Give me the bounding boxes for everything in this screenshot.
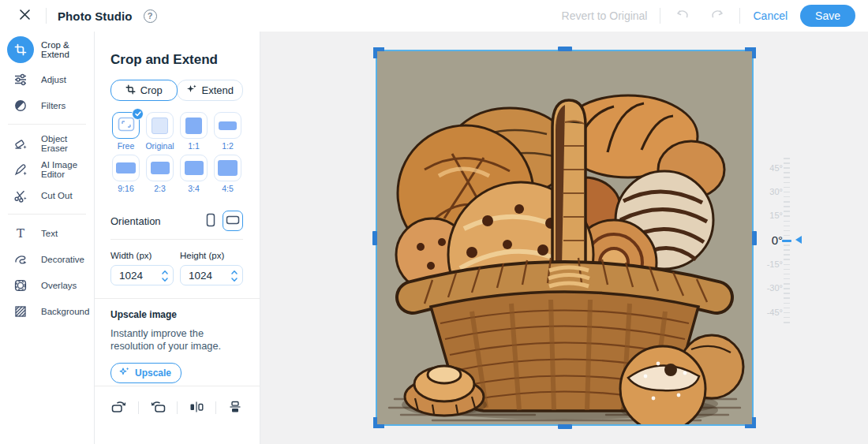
cut-out-icon (0, 188, 41, 203)
crop-extend-tabs: Crop Extend (110, 80, 243, 101)
adjust-sliders-icon (0, 73, 41, 87)
portrait-icon (206, 213, 215, 229)
sidebar-item-filters[interactable]: Filters (0, 92, 94, 118)
ratio-9-16[interactable]: 9:16 (112, 155, 140, 194)
check-icon (132, 108, 144, 120)
app-title: Photo Studio (58, 9, 133, 23)
crop-handle-top[interactable] (558, 47, 572, 51)
width-stepper[interactable] (162, 269, 168, 286)
close-button[interactable] (14, 6, 35, 26)
sidebar-item-adjust[interactable]: Adjust (0, 66, 94, 92)
sidebar-item-text[interactable]: T Text (0, 220, 94, 246)
ruler-label: 45° (769, 163, 783, 173)
orientation-label: Orientation (110, 215, 161, 227)
redo-icon (709, 9, 724, 23)
ratio-3-4[interactable]: 3:4 (180, 155, 208, 194)
ratio-original[interactable]: Original (146, 112, 174, 151)
undo-icon (676, 9, 690, 23)
crop-stage[interactable] (377, 51, 752, 424)
ruler-label: 15° (769, 211, 783, 220)
crop-handle-bottom[interactable] (558, 424, 572, 429)
topbar-divider (739, 8, 740, 24)
cancel-button[interactable]: Cancel (753, 9, 788, 22)
ratio-1-1[interactable]: 1:1 (180, 112, 208, 151)
crop-icon (125, 84, 136, 97)
ratio-2-3[interactable]: 2:3 (146, 155, 174, 194)
ratio-label: 1:1 (188, 141, 200, 151)
sidebar-item-ai-image-editor[interactable]: AI Image Editor (0, 156, 94, 182)
crop-handle-left[interactable] (372, 231, 377, 245)
sidebar-item-background[interactable]: Background (0, 298, 94, 324)
rotate-left-button[interactable] (142, 400, 174, 416)
crop-extend-panel: Crop and Extend Crop Extend (95, 32, 260, 444)
crop-handle-top-left[interactable] (373, 47, 384, 58)
panel-divider (95, 298, 260, 299)
tab-crop-label: Crop (140, 84, 163, 96)
rotate-right-icon (110, 400, 128, 416)
orientation-portrait-button[interactable] (200, 211, 221, 231)
orientation-row: Orientation (110, 209, 243, 233)
sidebar-item-label: Filters (41, 101, 65, 110)
undo-button[interactable] (673, 6, 694, 26)
ruler-pointer-icon[interactable] (795, 236, 802, 244)
ratio-label: 2:3 (154, 184, 166, 194)
flip-horizontal-button[interactable] (181, 400, 212, 416)
rotate-right-button[interactable] (103, 400, 135, 416)
ruler-label: -45° (767, 308, 783, 317)
upscale-button[interactable]: Upscale (110, 363, 181, 383)
ratio-free[interactable]: Free (112, 112, 140, 151)
sidebar-item-label: Cut Out (41, 191, 73, 200)
sidebar-item-label: Adjust (41, 75, 66, 84)
upscale-title: Upscale image (110, 309, 246, 320)
ratio-label: 3:4 (188, 184, 200, 194)
topbar: Photo Studio ? Revert to Original Cancel… (0, 0, 868, 32)
decorative-icon (0, 252, 41, 267)
revert-to-original-button[interactable]: Revert to Original (562, 9, 648, 22)
save-button[interactable]: Save (800, 5, 855, 27)
ruler-label: -30° (767, 283, 783, 293)
tab-extend[interactable]: Extend (177, 80, 244, 101)
crop-handle-bottom-left[interactable] (373, 417, 384, 428)
topbar-divider (46, 8, 47, 24)
sidebar-item-overlays[interactable]: Overlays (0, 272, 94, 298)
sidebar-item-label: Text (41, 229, 58, 238)
width-label: Width (px) (110, 251, 174, 260)
sidebar-item-label: Background (41, 307, 89, 316)
height-input[interactable] (180, 265, 243, 285)
crop-rotate-icon (7, 36, 34, 63)
topbar-divider (660, 8, 660, 24)
help-icon[interactable]: ? (144, 9, 157, 23)
height-stepper[interactable] (231, 269, 238, 286)
sidebar-divider (8, 214, 86, 215)
sidebar-item-cut-out[interactable]: Cut Out (0, 182, 94, 208)
object-eraser-icon (0, 136, 41, 151)
tab-crop[interactable]: Crop (110, 80, 178, 101)
width-field[interactable] (111, 270, 152, 282)
ruler-current-angle: 0° (772, 233, 783, 247)
panel-title: Crop and Extend (110, 52, 218, 68)
sidebar-item-label: Decorative (41, 255, 84, 264)
sidebar-item-crop-extend[interactable]: Crop & Extend (0, 33, 94, 66)
photo-studio-app: Photo Studio ? Revert to Original Cancel… (0, 0, 868, 444)
size-row: Width (px) Height (px) (110, 251, 243, 285)
rotation-ruler[interactable]: 45° 30° 15° 0° -15° -30° -45° (734, 150, 813, 339)
height-label: Height (px) (180, 251, 243, 260)
sparkle-wand-icon (119, 366, 130, 379)
sidebar-divider (8, 124, 86, 125)
flip-vertical-button[interactable] (219, 400, 251, 416)
ratio-label: Free (118, 141, 135, 151)
sidebar-item-object-eraser[interactable]: Object Eraser (0, 130, 94, 156)
sidebar-item-decorative[interactable]: Decorative (0, 246, 94, 272)
upscale-button-label: Upscale (135, 368, 171, 379)
landscape-icon (226, 215, 240, 227)
width-input[interactable] (110, 265, 174, 285)
ratio-4-5[interactable]: 4:5 (214, 155, 241, 194)
orientation-landscape-button[interactable] (223, 211, 243, 231)
ratio-1-2[interactable]: 1:2 (214, 112, 241, 151)
height-field[interactable] (181, 270, 222, 282)
redo-button[interactable] (706, 6, 727, 26)
ruler-ticks[interactable] (783, 158, 791, 326)
crop-handle-bottom-right[interactable] (745, 417, 756, 428)
free-crop-icon (118, 117, 135, 135)
crop-handle-top-right[interactable] (745, 47, 756, 58)
